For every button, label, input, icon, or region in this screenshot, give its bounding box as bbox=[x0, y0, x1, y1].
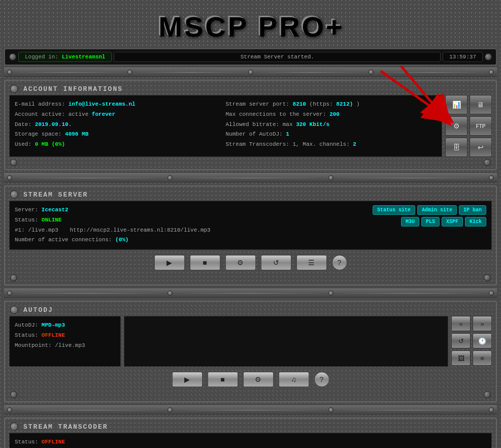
m3u-button[interactable]: M3U bbox=[401, 217, 419, 227]
ftp-button[interactable]: FTP bbox=[470, 116, 492, 136]
autodj-help-button[interactable]: ? bbox=[314, 372, 329, 387]
settings-button[interactable]: ⚙ bbox=[445, 116, 467, 136]
autodj-playlist-button[interactable]: ♫ bbox=[279, 372, 309, 387]
used-line: Used: 0 MB (0%) bbox=[15, 140, 226, 150]
used-label: Used: bbox=[15, 141, 31, 147]
stream-log-button[interactable]: ☰ bbox=[296, 255, 327, 270]
stream-settings-button[interactable]: ⚙ bbox=[225, 255, 256, 270]
transcoder-panel-title: STREAM TRANSCODER bbox=[23, 423, 108, 431]
monitor-button[interactable]: 📊 bbox=[445, 95, 467, 114]
status-screw-right bbox=[485, 53, 492, 60]
autodj-stop-button[interactable]: ■ bbox=[208, 372, 238, 387]
date-label: Date: bbox=[15, 121, 31, 127]
autodj-refresh-button[interactable]: ↺ bbox=[451, 333, 471, 348]
server-value: Icecast2 bbox=[42, 207, 69, 213]
email-label: E-mail address: bbox=[15, 101, 65, 107]
stream-refresh-button[interactable]: ↺ bbox=[261, 255, 291, 270]
autodj-mountpoint-line: Mountpoint: /live.mp3 bbox=[15, 341, 115, 351]
autodj-settings-button[interactable]: ⚙ bbox=[243, 372, 274, 387]
account-actions: 📊 🖥 ⚙ FTP 🗄 ↩ bbox=[445, 95, 492, 157]
transcoder-status-value: OFFLINE bbox=[42, 439, 65, 445]
autodj-play-button[interactable]: ▶ bbox=[172, 372, 203, 387]
autodj-list-button[interactable]: ≡ bbox=[473, 350, 492, 366]
login-label: Logged in: bbox=[25, 54, 58, 60]
stream-stop-button[interactable]: ■ bbox=[190, 255, 220, 270]
autodj-right-controls: « » ↺ 🕐 🖼 ≡ bbox=[451, 316, 492, 367]
transcoders-value: 2 bbox=[353, 141, 356, 147]
username: Livestreamsnl bbox=[62, 54, 106, 60]
account-footer-screw-right bbox=[484, 159, 491, 166]
app-wrapper: MSCP PRO+ Logged in: Livestreamsnl Strea… bbox=[0, 0, 501, 448]
logo-area: MSCP PRO+ bbox=[4, 4, 497, 46]
port-label: Stream server port: bbox=[226, 101, 289, 107]
status-site-button[interactable]: Status site bbox=[373, 205, 415, 215]
account-right: Stream server port: 8210 (https: 8212) )… bbox=[226, 100, 437, 150]
autodj-playlist bbox=[124, 316, 448, 367]
screen-button[interactable]: 🖥 bbox=[470, 95, 492, 114]
autodj-footer bbox=[5, 390, 496, 401]
server-name-line: Server: Icecast2 bbox=[15, 205, 368, 215]
account-screw bbox=[10, 85, 18, 93]
autodj-status-value: OFFLINE bbox=[42, 332, 65, 338]
autodj-status-line: Status: OFFLINE bbox=[15, 331, 115, 341]
account-actions-row2: ⚙ FTP bbox=[445, 116, 492, 136]
ip-ban-button[interactable]: IP ban bbox=[459, 205, 486, 215]
transcoder-body: Status: OFFLINE bbox=[9, 433, 492, 448]
stream-server-buttons: Status site Admin site IP ban M3U PLS XS… bbox=[373, 205, 486, 245]
autodj-mountpoint-value: /live.mp3 bbox=[55, 342, 85, 348]
autodj-image-button[interactable]: 🖼 bbox=[451, 350, 471, 366]
autodj-line: Number of AutoDJ: 1 bbox=[226, 130, 437, 140]
transcoder-content: Status: OFFLINE bbox=[9, 433, 492, 448]
autodj-count-label: Number of AutoDJ: bbox=[226, 131, 283, 137]
stream-server-btn-row1: Status site Admin site IP ban bbox=[373, 205, 486, 215]
stream-help-button[interactable]: ? bbox=[332, 255, 347, 270]
admin-site-button[interactable]: Admin site bbox=[417, 205, 457, 215]
stream-server-title: STREAM SERVER bbox=[23, 191, 88, 199]
server-status-value: ONLINE bbox=[42, 217, 62, 223]
bitrate-label: Allowed bitrate: max bbox=[226, 121, 293, 127]
screw-bar-2 bbox=[4, 173, 497, 182]
screw-bar-top bbox=[4, 68, 497, 77]
account-actions-row3: 🗄 ↩ bbox=[445, 138, 492, 157]
transcoders-line: Stream Transcoders: 1, Max. channels: 2 bbox=[226, 140, 437, 150]
autodj-name-label: AutoDJ: bbox=[15, 322, 38, 328]
pls-button[interactable]: PLS bbox=[421, 217, 440, 227]
storage-line: Storage space: 4096 MB bbox=[15, 130, 226, 140]
email-line: E-mail address: info@live-streams.nl bbox=[15, 100, 226, 110]
screw-5 bbox=[489, 70, 494, 75]
stream-server-body: Server: Icecast2 Status: ONLINE #1: /liv… bbox=[9, 201, 492, 250]
exit-button[interactable]: ↩ bbox=[470, 138, 492, 157]
mountpoint-label: #1: bbox=[15, 227, 25, 233]
stream-server-footer bbox=[5, 273, 496, 284]
autodj-rewind-button[interactable]: « bbox=[451, 316, 471, 331]
stream-play-button[interactable]: ▶ bbox=[154, 255, 185, 270]
autodj-count-value: 1 bbox=[286, 131, 289, 137]
autodj-panel: AUTODJ AutoDJ: MPD-mp3 Status: OFFLINE M… bbox=[4, 301, 497, 402]
autodj-footer-screw-right bbox=[484, 391, 491, 398]
screw-bar-4 bbox=[4, 405, 497, 414]
maxconn-line: Max connections to the server: 200 bbox=[226, 110, 437, 120]
time-display: 13:59:37 bbox=[443, 52, 483, 62]
connections-value: (0%) bbox=[115, 237, 128, 243]
autodj-forward-button[interactable]: » bbox=[473, 316, 492, 331]
autodj-mountpoint-label: Mountpoint: bbox=[15, 342, 52, 348]
stream-footer-screw-left bbox=[10, 274, 17, 281]
autodj-right-row1: « » bbox=[451, 316, 492, 331]
xspf-button[interactable]: XSPF bbox=[442, 217, 463, 227]
stream-footer-screw-right bbox=[484, 274, 491, 281]
autodj-clock-button[interactable]: 🕐 bbox=[473, 333, 492, 348]
db-button[interactable]: 🗄 bbox=[445, 138, 467, 157]
autodj-name-line: AutoDJ: MPD-mp3 bbox=[15, 321, 115, 331]
active-line: Account active: active forever bbox=[15, 110, 226, 120]
kick-button[interactable]: Kick bbox=[465, 217, 486, 227]
status-screw-left bbox=[9, 53, 16, 60]
storage-label: Storage space: bbox=[15, 131, 61, 137]
autodj-name-value: MPD-mp3 bbox=[42, 322, 65, 328]
used-value: 0 MB (0%) bbox=[35, 141, 65, 147]
account-content: E-mail address: info@live-streams.nl Acc… bbox=[9, 95, 492, 157]
stream-server-header: STREAM SERVER bbox=[5, 186, 496, 201]
mountpoint-value: /live.mp3 bbox=[28, 227, 58, 233]
account-panel-footer bbox=[5, 157, 496, 169]
https-label: (https: bbox=[310, 101, 337, 107]
date-value: 2019.09.10. bbox=[35, 121, 72, 127]
